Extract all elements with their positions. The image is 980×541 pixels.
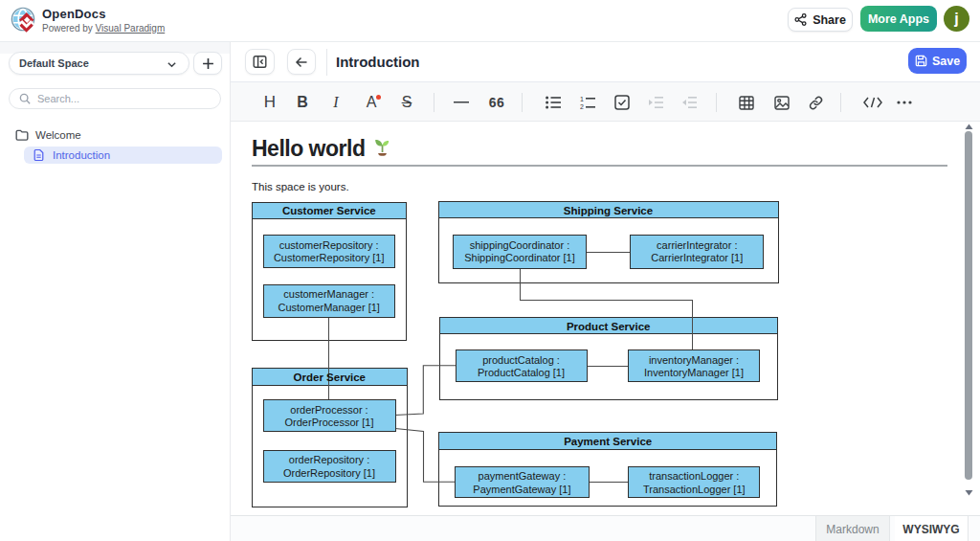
svg-text:customerManager :: customerManager : [283,288,374,300]
svg-text:productCatalog :: productCatalog : [482,354,560,366]
svg-text:TransactionLogger [1]: TransactionLogger [1] [643,484,746,495]
svg-text:CustomerManager [1]: CustomerManager [1] [278,302,380,313]
svg-text:CarrierIntegrator [1]: CarrierIntegrator [1] [651,252,743,263]
svg-text:ProductCatalog [1]: ProductCatalog [1] [478,367,565,378]
svg-text:paymentGateway :: paymentGateway : [479,470,567,482]
svg-text:orderRepository :: orderRepository : [289,454,369,465]
svg-text:transactionLogger :: transactionLogger : [649,470,739,482]
svg-text:1: 1 [580,96,584,102]
svg-text:Customer Service: Customer Service [282,205,376,216]
svg-text:inventoryManager :: inventoryManager : [649,354,739,366]
svg-text:customerRepository :: customerRepository : [279,239,379,251]
svg-text:ShippingCoordinator [1]: ShippingCoordinator [1] [464,252,575,263]
svg-text:InventoryManager [1]: InventoryManager [1] [644,367,744,378]
svg-text:CustomerRepository [1]: CustomerRepository [1] [274,252,385,263]
svg-text:Shipping Service: Shipping Service [564,205,653,216]
svg-text:Payment Service: Payment Service [564,436,652,447]
svg-text:PaymentGateway [1]: PaymentGateway [1] [473,484,570,495]
svg-text:shippingCoordinator :: shippingCoordinator : [470,239,570,251]
svg-text:Product Service: Product Service [567,321,651,332]
svg-text:2: 2 [580,103,584,110]
svg-text:Order Service: Order Service [294,372,366,383]
svg-text:OrderProcessor [1]: OrderProcessor [1] [285,417,374,428]
svg-text:OrderRepository [1]: OrderRepository [1] [283,467,375,479]
svg-text:carrierIntegrator :: carrierIntegrator : [657,239,737,251]
svg-text:orderProcessor :: orderProcessor : [290,404,368,416]
